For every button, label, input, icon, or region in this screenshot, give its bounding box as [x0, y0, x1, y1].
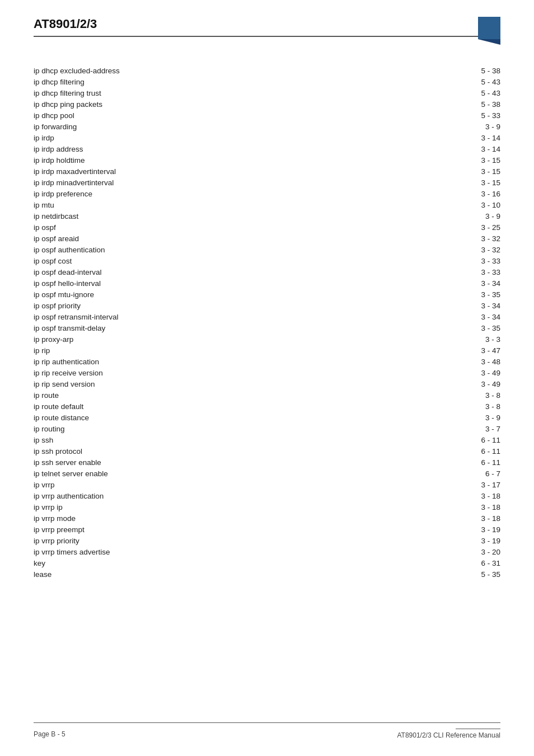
toc-entry-page: 3 - 18 [360, 513, 500, 524]
toc-entry-page: 3 - 32 [360, 233, 500, 244]
page-title: AT8901/2/3 [34, 17, 500, 31]
table-row: ip mtu3 - 10 [34, 199, 500, 210]
toc-entry-page: 3 - 49 [360, 367, 500, 378]
table-row: ip dhcp excluded-address5 - 38 [34, 65, 500, 76]
table-row: ip route default3 - 8 [34, 401, 500, 412]
toc-entry-label: ip vrrp [34, 479, 360, 490]
toc-entry-label: ip ospf transmit-delay [34, 322, 360, 334]
toc-entry-page: 3 - 14 [360, 132, 500, 143]
table-row: ip ospf retransmit-interval3 - 34 [34, 311, 500, 322]
toc-entry-page: 6 - 7 [360, 468, 500, 479]
footer-rule [34, 722, 500, 723]
toc-entry-label: ip vrrp mode [34, 513, 360, 524]
table-row: ip ospf priority3 - 34 [34, 300, 500, 311]
toc-entry-label: ip irdp minadvertinterval [34, 177, 360, 188]
toc-entry-label: ip ospf hello-interval [34, 278, 360, 289]
toc-entry-page: 5 - 38 [360, 65, 500, 76]
toc-entry-page: 3 - 33 [360, 266, 500, 278]
table-row: ip vrrp authentication3 - 18 [34, 490, 500, 501]
toc-entry-page: 3 - 49 [360, 378, 500, 389]
toc-entry-label: ip irdp maxadvertinterval [34, 166, 360, 177]
toc-entry-label: ip vrrp timers advertise [34, 546, 360, 557]
toc-entry-page: 3 - 9 [360, 121, 500, 132]
toc-entry-label: ip ospf cost [34, 255, 360, 266]
table-row: ip irdp holdtime3 - 15 [34, 154, 500, 166]
toc-entry-label: ip telnet server enable [34, 468, 360, 479]
toc-entry-page: 3 - 32 [360, 244, 500, 255]
toc-entry-page: 3 - 17 [360, 479, 500, 490]
table-row: ip ospf dead-interval3 - 33 [34, 266, 500, 278]
toc-entry-page: 3 - 18 [360, 490, 500, 501]
toc-entry-label: ip ospf [34, 222, 360, 233]
table-row: ip irdp address3 - 14 [34, 143, 500, 154]
toc-entry-page: 6 - 31 [360, 557, 500, 569]
toc-entry-page: 5 - 33 [360, 110, 500, 121]
table-row: ip irdp maxadvertinterval3 - 15 [34, 166, 500, 177]
toc-entry-label: ip irdp preference [34, 188, 360, 199]
corner-decoration [478, 17, 500, 45]
toc-entry-label: ip dhcp filtering trust [34, 87, 360, 98]
toc-entry-label: ip ospf dead-interval [34, 266, 360, 278]
table-row: ip ssh server enable6 - 11 [34, 457, 500, 468]
toc-entry-page: 3 - 35 [360, 322, 500, 334]
toc-entry-label: ip proxy-arp [34, 334, 360, 345]
toc-entry-label: ip irdp address [34, 143, 360, 154]
toc-entry-page: 6 - 11 [360, 434, 500, 445]
table-row: ip irdp minadvertinterval3 - 15 [34, 177, 500, 188]
toc-entry-label: ip dhcp pool [34, 110, 360, 121]
toc-entry-label: ip dhcp ping packets [34, 98, 360, 110]
toc-entry-label: ip rip send version [34, 378, 360, 389]
toc-entry-page: 3 - 34 [360, 311, 500, 322]
toc-entry-page: 3 - 35 [360, 289, 500, 300]
table-row: ip ospf areaid3 - 32 [34, 233, 500, 244]
table-row: ip ospf transmit-delay3 - 35 [34, 322, 500, 334]
table-row: ip rip3 - 47 [34, 345, 500, 356]
toc-entry-label: ip ospf priority [34, 300, 360, 311]
footer: Page B - 5 AT8901/2/3 CLI Reference Manu… [34, 722, 500, 739]
table-row: ip rip send version3 - 49 [34, 378, 500, 389]
footer-right-block: AT8901/2/3 CLI Reference Manual [397, 729, 500, 739]
table-row: ip dhcp pool5 - 33 [34, 110, 500, 121]
toc-entry-label: ip vrrp ip [34, 501, 360, 513]
toc-entry-label: ip ospf mtu-ignore [34, 289, 360, 300]
table-row: ip vrrp ip3 - 18 [34, 501, 500, 513]
table-row: ip vrrp preempt3 - 19 [34, 524, 500, 535]
table-row: key6 - 31 [34, 557, 500, 569]
toc-entry-page: 3 - 33 [360, 255, 500, 266]
toc-entry-label: ip ospf authentication [34, 244, 360, 255]
table-row: ip ospf3 - 25 [34, 222, 500, 233]
toc-entry-label: ip vrrp authentication [34, 490, 360, 501]
toc-entry-label: ip vrrp priority [34, 535, 360, 546]
table-row: ip telnet server enable6 - 7 [34, 468, 500, 479]
toc-entry-label: ip dhcp filtering [34, 76, 360, 87]
table-row: ip ospf authentication3 - 32 [34, 244, 500, 255]
toc-entry-page: 3 - 34 [360, 278, 500, 289]
toc-entry-page: 3 - 16 [360, 188, 500, 199]
svg-marker-1 [478, 39, 500, 45]
table-row: ip ssh protocol6 - 11 [34, 445, 500, 457]
table-row: ip ospf mtu-ignore3 - 35 [34, 289, 500, 300]
toc-entry-label: ip ssh server enable [34, 457, 360, 468]
toc-entry-page: 3 - 19 [360, 524, 500, 535]
toc-entry-page: 3 - 18 [360, 501, 500, 513]
table-row: ip route3 - 8 [34, 389, 500, 401]
table-row: ip ospf hello-interval3 - 34 [34, 278, 500, 289]
table-row: ip route distance3 - 9 [34, 412, 500, 423]
footer-content: Page B - 5 AT8901/2/3 CLI Reference Manu… [34, 729, 500, 739]
footer-page-rule [456, 729, 500, 729]
footer-manual-title: AT8901/2/3 CLI Reference Manual [397, 731, 500, 739]
toc-entry-label: ip rip [34, 345, 360, 356]
table-row: ip netdirbcast3 - 9 [34, 210, 500, 222]
toc-entry-label: ip ospf areaid [34, 233, 360, 244]
toc-entry-label: ip forwarding [34, 121, 360, 132]
toc-entry-label: ip ssh protocol [34, 445, 360, 457]
toc-entry-page: 5 - 43 [360, 87, 500, 98]
table-row: ip dhcp filtering5 - 43 [34, 76, 500, 87]
table-row: ip forwarding3 - 9 [34, 121, 500, 132]
table-row: ip vrrp mode3 - 18 [34, 513, 500, 524]
toc-entry-label: ip route default [34, 401, 360, 412]
toc-entry-page: 3 - 8 [360, 389, 500, 401]
table-row: ip vrrp3 - 17 [34, 479, 500, 490]
toc-entry-page: 3 - 47 [360, 345, 500, 356]
toc-entry-page: 3 - 25 [360, 222, 500, 233]
